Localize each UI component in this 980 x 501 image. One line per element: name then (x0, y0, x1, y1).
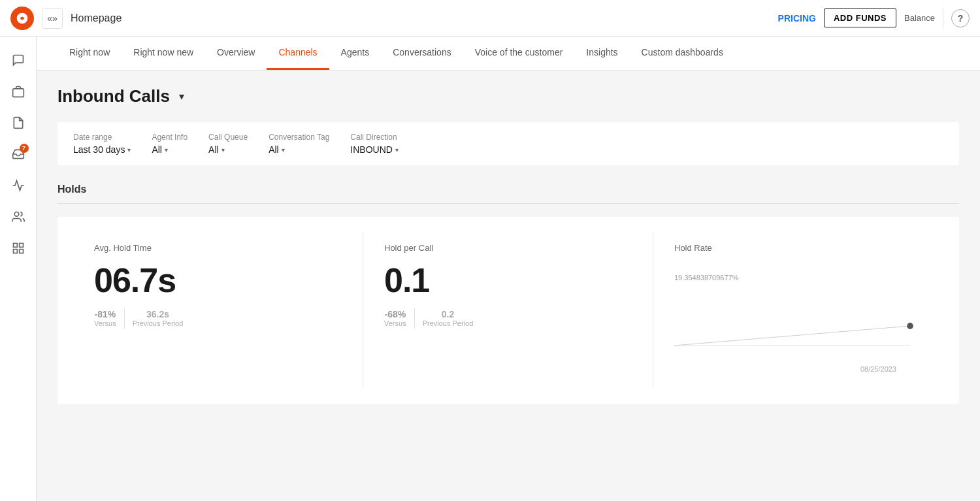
hold-per-call-value: 0.1 (384, 261, 632, 300)
avg-hold-time-versus: -81% Versus (94, 309, 116, 327)
tab-voice-of-customer[interactable]: Voice of the customer (463, 37, 575, 70)
svg-rect-5 (19, 250, 23, 253)
filter-call-direction: Call Direction INBOUND ▾ (350, 133, 399, 155)
tab-channels[interactable]: Channels (267, 37, 329, 70)
page-title-row: Inbound Calls ▾ (57, 86, 959, 106)
filter-call-direction-caret: ▾ (395, 146, 399, 154)
metric-hold-per-call: Hold per Call 0.1 -68% Versus 0.2 Previo… (363, 233, 653, 389)
svg-point-2 (14, 212, 19, 217)
sidebar-item-reports[interactable] (5, 110, 31, 136)
divider (943, 9, 943, 27)
add-funds-button[interactable]: ADD FUNDS (824, 8, 896, 27)
sidebar-item-inbox[interactable]: 7 (5, 141, 31, 167)
main-content: Right now Right now new Overview Channel… (37, 37, 980, 501)
tabs-bar: Right now Right now new Overview Channel… (37, 37, 980, 71)
balance-label: Balance (904, 13, 935, 23)
separator-1 (124, 308, 125, 329)
filter-date-range-value[interactable]: Last 30 days ▾ (73, 144, 131, 155)
filter-date-range-label: Date range (73, 133, 131, 142)
svg-rect-4 (19, 244, 23, 248)
hold-rate-chart: 19.354838709677% 08/25/2023 (674, 261, 923, 378)
separator-2 (414, 308, 415, 329)
avg-hold-time-prev-label: Previous Period (133, 319, 184, 327)
sidebar-item-grid[interactable] (5, 235, 31, 261)
filter-agent-info: Agent Info All ▾ (152, 133, 188, 155)
hold-per-call-label: Hold per Call (384, 243, 632, 253)
sidebar-item-chat[interactable] (5, 47, 31, 73)
svg-point-8 (907, 323, 913, 329)
avg-hold-time-prev-value: 36.2s (133, 309, 184, 319)
filter-date-range-caret: ▾ (127, 146, 131, 154)
filter-call-direction-label: Call Direction (350, 133, 399, 142)
sidebar-item-team[interactable] (5, 204, 31, 230)
svg-rect-6 (13, 250, 17, 253)
hold-per-call-prev-label: Previous Period (423, 319, 474, 327)
hold-per-call-versus-label: Versus (384, 319, 406, 327)
title-dropdown-button[interactable]: ▾ (176, 88, 187, 105)
hold-per-call-prev-value: 0.2 (423, 309, 474, 319)
hold-rate-chart-svg (674, 306, 923, 359)
filter-date-range: Date range Last 30 days ▾ (73, 133, 131, 155)
hold-per-call-versus: -68% Versus (384, 309, 406, 327)
svg-rect-3 (13, 244, 17, 248)
chart-annotation: 19.354838709677% (674, 274, 738, 282)
filter-conversation-tag-label: Conversation Tag (269, 133, 329, 142)
svg-rect-1 (12, 89, 24, 97)
page-heading: Inbound Calls (57, 86, 170, 106)
app-layout: 7 Right now Right now new Overview Chann… (0, 0, 980, 501)
filter-conversation-tag-caret: ▾ (282, 146, 285, 154)
avg-hold-time-versus-label: Versus (94, 319, 116, 327)
hold-per-call-comparison: -68% Versus 0.2 Previous Period (384, 308, 632, 329)
filter-call-queue-value[interactable]: All ▾ (208, 144, 248, 155)
sidebar-item-support[interactable] (5, 78, 31, 105)
hold-per-call-versus-pct: -68% (384, 309, 406, 319)
tab-conversations[interactable]: Conversations (381, 37, 463, 70)
tab-right-now[interactable]: Right now (57, 37, 122, 70)
avg-hold-time-label: Avg. Hold Time (94, 243, 342, 253)
filter-call-queue-caret: ▾ (221, 146, 225, 154)
expand-button[interactable]: «» (42, 8, 63, 29)
tab-overview[interactable]: Overview (205, 37, 267, 70)
chart-date-label: 08/25/2023 (860, 365, 896, 373)
filter-agent-info-caret: ▾ (165, 146, 168, 154)
top-bar-actions: PRICING ADD FUNDS Balance ? (778, 8, 970, 27)
pricing-link[interactable]: PRICING (778, 13, 816, 24)
avg-hold-time-comparison: -81% Versus 36.2s Previous Period (94, 308, 342, 329)
holds-section: Holds Avg. Hold Time 06.7s -81% Versus (57, 184, 959, 404)
avg-hold-time-versus-pct: -81% (94, 309, 116, 319)
tab-custom-dashboards[interactable]: Custom dashboards (630, 37, 735, 70)
hold-rate-label: Hold Rate (674, 243, 923, 253)
tab-insights[interactable]: Insights (574, 37, 629, 70)
inbox-badge: 7 (20, 144, 29, 153)
hold-per-call-prev: 0.2 Previous Period (423, 309, 474, 327)
metrics-grid: Avg. Hold Time 06.7s -81% Versus 36.2s P… (57, 217, 959, 404)
page-title-top: Homepage (71, 12, 778, 24)
sidebar-item-analytics[interactable] (5, 172, 31, 199)
help-button[interactable]: ? (951, 9, 970, 27)
tab-agents[interactable]: Agents (329, 37, 382, 70)
avg-hold-time-value: 06.7s (94, 261, 342, 300)
filter-conversation-tag: Conversation Tag All ▾ (269, 133, 329, 155)
filter-call-queue: Call Queue All ▾ (208, 133, 248, 155)
filter-agent-info-value[interactable]: All ▾ (152, 144, 188, 155)
top-bar: «» Homepage PRICING ADD FUNDS Balance ? (0, 0, 980, 37)
app-logo (10, 7, 34, 30)
page-body: Inbound Calls ▾ Date range Last 30 days … (37, 71, 980, 420)
filters-row: Date range Last 30 days ▾ Agent Info All… (57, 122, 959, 165)
sidebar: 7 (0, 37, 37, 501)
filter-call-queue-label: Call Queue (208, 133, 248, 142)
avg-hold-time-prev: 36.2s Previous Period (133, 309, 184, 327)
metric-hold-rate: Hold Rate 19.354838709677% 08/25/2023 (653, 233, 943, 389)
filter-conversation-tag-value[interactable]: All ▾ (269, 144, 329, 155)
filter-agent-info-label: Agent Info (152, 133, 188, 142)
tab-right-now-new[interactable]: Right now new (122, 37, 205, 70)
holds-section-header: Holds (57, 184, 959, 204)
metric-avg-hold-time: Avg. Hold Time 06.7s -81% Versus 36.2s P… (73, 233, 363, 389)
filter-call-direction-value[interactable]: INBOUND ▾ (350, 144, 399, 155)
